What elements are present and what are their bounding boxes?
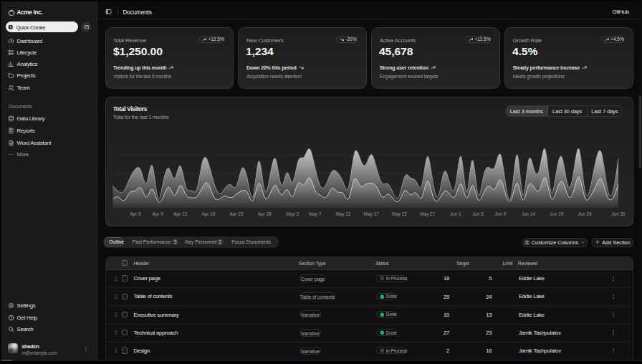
- svg-text:Apr 23: Apr 23: [230, 211, 244, 217]
- svg-text:Apr 13: Apr 13: [173, 211, 187, 217]
- svg-text:Jun 19: Jun 19: [550, 211, 564, 216]
- svg-text:May 12: May 12: [335, 211, 350, 217]
- svg-text:May 7: May 7: [309, 211, 322, 217]
- svg-text:Jun 14: Jun 14: [522, 211, 536, 216]
- svg-text:Jun 24: Jun 24: [578, 211, 592, 216]
- svg-text:Jun 30: Jun 30: [611, 211, 626, 216]
- svg-text:May 27: May 27: [420, 211, 435, 217]
- svg-text:May 17: May 17: [364, 211, 379, 217]
- svg-text:May 3: May 3: [287, 211, 300, 217]
- svg-text:Jun 9: Jun 9: [495, 211, 507, 216]
- svg-text:Jun 1: Jun 1: [450, 211, 461, 216]
- svg-text:May 22: May 22: [392, 211, 407, 217]
- svg-text:Apr 5: Apr 5: [130, 211, 141, 217]
- svg-text:Apr 18: Apr 18: [201, 211, 215, 217]
- svg-text:Jun 5: Jun 5: [472, 211, 484, 216]
- svg-text:Apr 9: Apr 9: [153, 211, 164, 217]
- svg-text:Apr 28: Apr 28: [258, 211, 272, 217]
